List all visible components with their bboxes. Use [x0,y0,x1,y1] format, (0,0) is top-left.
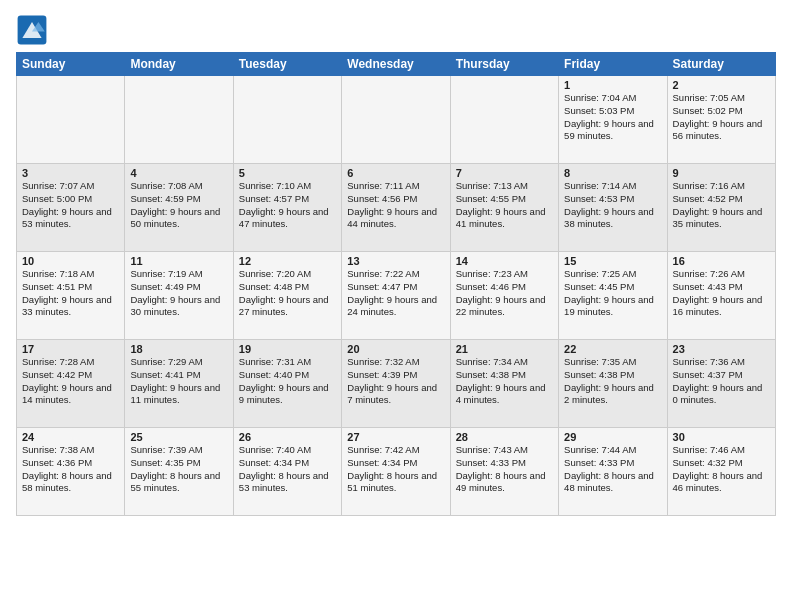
calendar-cell: 16Sunrise: 7:26 AM Sunset: 4:43 PM Dayli… [667,252,775,340]
calendar-cell: 4Sunrise: 7:08 AM Sunset: 4:59 PM Daylig… [125,164,233,252]
day-number: 9 [673,167,770,179]
weekday-header-wednesday: Wednesday [342,53,450,76]
calendar-cell: 24Sunrise: 7:38 AM Sunset: 4:36 PM Dayli… [17,428,125,516]
day-info: Sunrise: 7:28 AM Sunset: 4:42 PM Dayligh… [22,356,119,407]
day-info: Sunrise: 7:20 AM Sunset: 4:48 PM Dayligh… [239,268,336,319]
day-number: 18 [130,343,227,355]
calendar-cell: 26Sunrise: 7:40 AM Sunset: 4:34 PM Dayli… [233,428,341,516]
calendar-cell: 19Sunrise: 7:31 AM Sunset: 4:40 PM Dayli… [233,340,341,428]
weekday-header-friday: Friday [559,53,667,76]
weekday-header-sunday: Sunday [17,53,125,76]
day-info: Sunrise: 7:23 AM Sunset: 4:46 PM Dayligh… [456,268,553,319]
calendar-cell: 13Sunrise: 7:22 AM Sunset: 4:47 PM Dayli… [342,252,450,340]
day-number: 26 [239,431,336,443]
day-info: Sunrise: 7:46 AM Sunset: 4:32 PM Dayligh… [673,444,770,495]
calendar-cell: 9Sunrise: 7:16 AM Sunset: 4:52 PM Daylig… [667,164,775,252]
day-info: Sunrise: 7:39 AM Sunset: 4:35 PM Dayligh… [130,444,227,495]
calendar-cell: 23Sunrise: 7:36 AM Sunset: 4:37 PM Dayli… [667,340,775,428]
day-info: Sunrise: 7:26 AM Sunset: 4:43 PM Dayligh… [673,268,770,319]
day-number: 12 [239,255,336,267]
calendar-week-3: 10Sunrise: 7:18 AM Sunset: 4:51 PM Dayli… [17,252,776,340]
calendar-cell [17,76,125,164]
weekday-header-thursday: Thursday [450,53,558,76]
calendar-cell: 3Sunrise: 7:07 AM Sunset: 5:00 PM Daylig… [17,164,125,252]
day-number: 2 [673,79,770,91]
day-info: Sunrise: 7:44 AM Sunset: 4:33 PM Dayligh… [564,444,661,495]
day-number: 19 [239,343,336,355]
day-number: 17 [22,343,119,355]
logo [16,14,52,46]
day-number: 14 [456,255,553,267]
day-number: 10 [22,255,119,267]
day-number: 15 [564,255,661,267]
calendar-cell: 14Sunrise: 7:23 AM Sunset: 4:46 PM Dayli… [450,252,558,340]
page: SundayMondayTuesdayWednesdayThursdayFrid… [0,0,792,612]
day-number: 20 [347,343,444,355]
calendar-cell: 5Sunrise: 7:10 AM Sunset: 4:57 PM Daylig… [233,164,341,252]
calendar-cell: 18Sunrise: 7:29 AM Sunset: 4:41 PM Dayli… [125,340,233,428]
calendar-cell: 6Sunrise: 7:11 AM Sunset: 4:56 PM Daylig… [342,164,450,252]
day-number: 16 [673,255,770,267]
day-info: Sunrise: 7:31 AM Sunset: 4:40 PM Dayligh… [239,356,336,407]
calendar-cell: 8Sunrise: 7:14 AM Sunset: 4:53 PM Daylig… [559,164,667,252]
day-number: 4 [130,167,227,179]
calendar-cell: 10Sunrise: 7:18 AM Sunset: 4:51 PM Dayli… [17,252,125,340]
calendar: SundayMondayTuesdayWednesdayThursdayFrid… [16,52,776,516]
day-number: 27 [347,431,444,443]
day-info: Sunrise: 7:11 AM Sunset: 4:56 PM Dayligh… [347,180,444,231]
day-info: Sunrise: 7:40 AM Sunset: 4:34 PM Dayligh… [239,444,336,495]
day-info: Sunrise: 7:43 AM Sunset: 4:33 PM Dayligh… [456,444,553,495]
calendar-cell: 27Sunrise: 7:42 AM Sunset: 4:34 PM Dayli… [342,428,450,516]
day-info: Sunrise: 7:08 AM Sunset: 4:59 PM Dayligh… [130,180,227,231]
day-info: Sunrise: 7:25 AM Sunset: 4:45 PM Dayligh… [564,268,661,319]
day-info: Sunrise: 7:32 AM Sunset: 4:39 PM Dayligh… [347,356,444,407]
logo-icon [16,14,48,46]
day-info: Sunrise: 7:07 AM Sunset: 5:00 PM Dayligh… [22,180,119,231]
calendar-cell: 1Sunrise: 7:04 AM Sunset: 5:03 PM Daylig… [559,76,667,164]
calendar-cell: 30Sunrise: 7:46 AM Sunset: 4:32 PM Dayli… [667,428,775,516]
day-info: Sunrise: 7:18 AM Sunset: 4:51 PM Dayligh… [22,268,119,319]
weekday-header-saturday: Saturday [667,53,775,76]
day-number: 24 [22,431,119,443]
header [16,10,776,46]
calendar-cell [125,76,233,164]
calendar-cell: 7Sunrise: 7:13 AM Sunset: 4:55 PM Daylig… [450,164,558,252]
day-info: Sunrise: 7:36 AM Sunset: 4:37 PM Dayligh… [673,356,770,407]
calendar-cell: 20Sunrise: 7:32 AM Sunset: 4:39 PM Dayli… [342,340,450,428]
day-number: 5 [239,167,336,179]
calendar-cell: 12Sunrise: 7:20 AM Sunset: 4:48 PM Dayli… [233,252,341,340]
day-number: 6 [347,167,444,179]
calendar-header: SundayMondayTuesdayWednesdayThursdayFrid… [17,53,776,76]
day-info: Sunrise: 7:22 AM Sunset: 4:47 PM Dayligh… [347,268,444,319]
day-info: Sunrise: 7:13 AM Sunset: 4:55 PM Dayligh… [456,180,553,231]
day-number: 7 [456,167,553,179]
calendar-week-4: 17Sunrise: 7:28 AM Sunset: 4:42 PM Dayli… [17,340,776,428]
day-number: 13 [347,255,444,267]
day-number: 23 [673,343,770,355]
day-info: Sunrise: 7:05 AM Sunset: 5:02 PM Dayligh… [673,92,770,143]
day-info: Sunrise: 7:29 AM Sunset: 4:41 PM Dayligh… [130,356,227,407]
calendar-cell: 28Sunrise: 7:43 AM Sunset: 4:33 PM Dayli… [450,428,558,516]
calendar-cell [233,76,341,164]
calendar-cell [450,76,558,164]
day-number: 28 [456,431,553,443]
day-info: Sunrise: 7:34 AM Sunset: 4:38 PM Dayligh… [456,356,553,407]
weekday-header-row: SundayMondayTuesdayWednesdayThursdayFrid… [17,53,776,76]
calendar-body: 1Sunrise: 7:04 AM Sunset: 5:03 PM Daylig… [17,76,776,516]
calendar-week-1: 1Sunrise: 7:04 AM Sunset: 5:03 PM Daylig… [17,76,776,164]
day-info: Sunrise: 7:35 AM Sunset: 4:38 PM Dayligh… [564,356,661,407]
day-info: Sunrise: 7:16 AM Sunset: 4:52 PM Dayligh… [673,180,770,231]
day-info: Sunrise: 7:14 AM Sunset: 4:53 PM Dayligh… [564,180,661,231]
day-number: 8 [564,167,661,179]
calendar-cell: 11Sunrise: 7:19 AM Sunset: 4:49 PM Dayli… [125,252,233,340]
day-number: 1 [564,79,661,91]
calendar-week-2: 3Sunrise: 7:07 AM Sunset: 5:00 PM Daylig… [17,164,776,252]
day-info: Sunrise: 7:42 AM Sunset: 4:34 PM Dayligh… [347,444,444,495]
day-info: Sunrise: 7:38 AM Sunset: 4:36 PM Dayligh… [22,444,119,495]
weekday-header-monday: Monday [125,53,233,76]
day-number: 22 [564,343,661,355]
calendar-cell: 15Sunrise: 7:25 AM Sunset: 4:45 PM Dayli… [559,252,667,340]
calendar-cell: 17Sunrise: 7:28 AM Sunset: 4:42 PM Dayli… [17,340,125,428]
day-number: 25 [130,431,227,443]
day-number: 29 [564,431,661,443]
